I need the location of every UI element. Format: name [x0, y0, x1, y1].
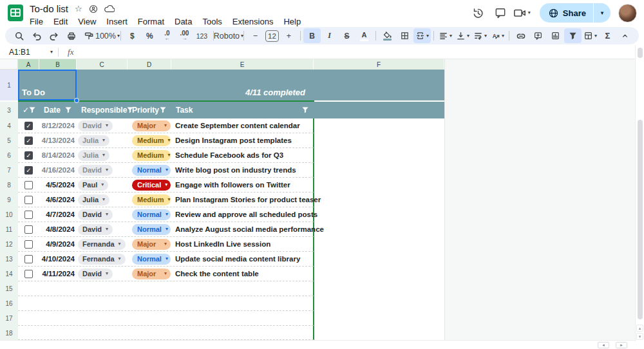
column-header-E[interactable]: E [171, 59, 314, 70]
priority-cell[interactable]: Medium▾ [128, 133, 171, 147]
table-row[interactable]: 4/10/2024Fernanda▾Normal▾Update social m… [18, 252, 314, 267]
date-cell[interactable]: 4/7/2024 [39, 207, 77, 222]
menu-format[interactable]: Format [133, 16, 169, 27]
priority-cell[interactable]: Medium▾ [128, 148, 171, 162]
undo-icon[interactable] [28, 28, 45, 43]
menu-extensions[interactable]: Extensions [227, 16, 279, 27]
responsible-cell[interactable]: David▾ [77, 207, 128, 222]
header-cell-date[interactable]: Date [39, 102, 77, 118]
checkbox-checked[interactable]: ✓ [24, 166, 33, 174]
checkbox-cell[interactable]: ✓ [18, 118, 39, 133]
row-header-5[interactable]: 5 [0, 133, 18, 148]
priority-dropdown-chip[interactable]: Major▾ [132, 120, 171, 131]
priority-dropdown-chip[interactable]: Normal▾ [132, 254, 171, 265]
create-filter-button[interactable] [564, 28, 582, 43]
vertical-align-button[interactable]: ▾ [454, 28, 471, 43]
person-dropdown-chip[interactable]: David▾ [78, 209, 113, 220]
priority-cell[interactable]: Normal▾ [128, 252, 171, 266]
search-icon[interactable] [10, 28, 28, 43]
header-cell-task[interactable]: Task [171, 102, 314, 118]
user-avatar[interactable] [618, 4, 637, 23]
header-cell-check[interactable]: ✓ [18, 102, 39, 118]
date-cell[interactable]: 4/16/2024 [39, 163, 77, 177]
table-row[interactable]: 4/5/2024Paul▾Critical▾Engage with follow… [18, 178, 314, 193]
priority-cell[interactable]: Normal▾ [128, 207, 171, 222]
responsible-cell[interactable]: David▾ [77, 118, 128, 133]
row-header-16[interactable]: 16 [0, 296, 18, 311]
name-box[interactable]: A1:B1 [0, 48, 49, 57]
row-header-11[interactable]: 11 [0, 222, 18, 237]
checkbox-checked[interactable]: ✓ [24, 122, 33, 130]
person-dropdown-chip[interactable]: Fernanda▾ [78, 239, 126, 250]
comments-icon[interactable] [491, 3, 510, 23]
select-all-corner[interactable] [0, 59, 18, 70]
checkbox-cell[interactable]: ✓ [18, 133, 39, 147]
decrease-font-size-button[interactable]: − [247, 28, 264, 43]
scroll-up-button[interactable]: ▴ [636, 325, 643, 332]
date-cell[interactable]: 4/11/2024 [39, 267, 77, 281]
table-row[interactable]: 4/7/2024David▾Normal▾Review and approve … [18, 207, 314, 222]
font-size-input[interactable]: 12 [265, 30, 279, 42]
column-header-B[interactable]: B [39, 59, 77, 70]
priority-cell[interactable]: Major▾ [128, 118, 171, 133]
cloud-save-status-icon[interactable] [104, 5, 115, 13]
checkbox-unchecked[interactable] [24, 181, 33, 189]
checkbox-unchecked[interactable] [24, 211, 33, 219]
row-header-13[interactable]: 13 [0, 252, 18, 267]
row-header-12[interactable]: 12 [0, 237, 18, 252]
task-cell[interactable]: Analyze August social media performance [171, 222, 314, 236]
task-cell[interactable]: Write blog post on industry trends [171, 163, 314, 177]
menu-insert[interactable]: Insert [101, 16, 133, 27]
table-row[interactable]: ✓4/16/2024David▾Normal▾Write blog post o… [18, 163, 314, 178]
empty-row[interactable] [18, 326, 314, 340]
row-header-7[interactable]: 7 [0, 163, 18, 178]
priority-dropdown-chip[interactable]: Normal▾ [132, 224, 171, 235]
column-header-C[interactable]: C [77, 59, 128, 70]
format-percent-button[interactable]: % [141, 28, 158, 43]
number-format-button[interactable]: 123 [193, 28, 211, 43]
increase-font-size-button[interactable]: + [280, 28, 298, 43]
text-color-button[interactable]: A [355, 28, 373, 43]
filter-funnel-icon[interactable] [302, 107, 308, 113]
task-cell[interactable]: Schedule Facebook ads for Q3 [171, 148, 314, 162]
fill-color-button[interactable] [379, 28, 396, 43]
column-header-F[interactable]: F [314, 59, 444, 70]
row-header-1[interactable]: 1 [0, 70, 18, 100]
priority-dropdown-chip[interactable]: Critical▾ [132, 180, 171, 191]
date-cell[interactable]: 4/6/2024 [39, 193, 77, 207]
menu-data[interactable]: Data [169, 16, 197, 27]
person-dropdown-chip[interactable]: Julia▾ [78, 150, 109, 161]
task-cell[interactable]: Create September content calendar [171, 118, 314, 133]
priority-cell[interactable]: Normal▾ [128, 222, 171, 236]
priority-dropdown-chip[interactable]: Medium▾ [132, 194, 171, 205]
date-cell[interactable]: 8/14/2024 [39, 148, 77, 162]
horizontal-scrollbar-strip[interactable]: ◂ ▸ [0, 340, 635, 349]
filter-funnel-icon[interactable] [29, 107, 35, 113]
task-cell[interactable]: Plan Instagram Stories for product tease… [171, 193, 314, 207]
font-family-control[interactable]: Roboto▾ [216, 28, 241, 43]
checkbox-cell[interactable] [18, 252, 39, 266]
checkbox-unchecked[interactable] [24, 240, 33, 249]
redo-icon[interactable] [45, 28, 62, 43]
person-dropdown-chip[interactable]: David▾ [78, 120, 113, 131]
functions-button[interactable]: Σ [599, 28, 616, 43]
empty-row[interactable] [18, 311, 314, 326]
person-dropdown-chip[interactable]: Julia▾ [78, 194, 109, 205]
task-cell[interactable]: Review and approve all scheduled posts [171, 207, 314, 222]
table-row[interactable]: ✓4/13/2024Julia▾Medium▾Design Instagram … [18, 133, 314, 148]
name-box-caret-icon[interactable]: ▾ [50, 50, 53, 55]
paint-format-icon[interactable] [80, 28, 97, 43]
checkbox-cell[interactable] [18, 178, 39, 192]
empty-row[interactable] [18, 281, 314, 296]
checkbox-checked[interactable]: ✓ [24, 137, 33, 145]
bold-button[interactable]: B [303, 28, 321, 43]
person-dropdown-chip[interactable]: Fernanda▾ [78, 254, 126, 265]
insert-comment-icon[interactable] [529, 28, 547, 43]
task-cell[interactable]: Design Instagram post templates [171, 133, 314, 147]
scroll-left-button[interactable]: ◂ [598, 342, 609, 348]
priority-cell[interactable]: Medium▾ [128, 193, 171, 207]
row-header-15[interactable]: 15 [0, 281, 18, 296]
responsible-cell[interactable]: Julia▾ [77, 133, 128, 147]
responsible-cell[interactable]: Fernanda▾ [77, 237, 128, 251]
person-dropdown-chip[interactable]: David▾ [78, 165, 113, 176]
